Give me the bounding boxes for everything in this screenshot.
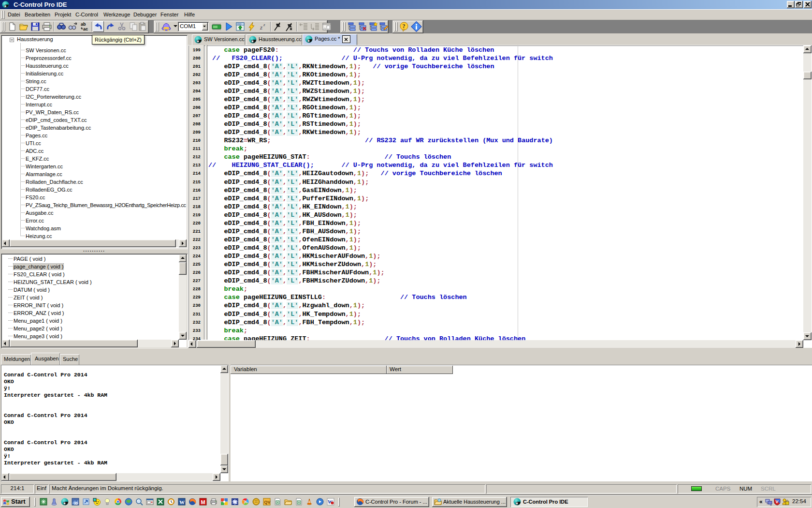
svg-text:z: z [260, 24, 262, 31]
svg-text:QV: QV [264, 500, 271, 505]
svg-text:W: W [179, 499, 185, 505]
svg-text:ac: ac [83, 27, 88, 31]
svg-text:V: V [776, 499, 779, 504]
svg-text:!: ! [786, 502, 787, 505]
svg-text:z: z [263, 22, 265, 27]
svg-text:M: M [201, 499, 205, 505]
svg-text:?: ? [403, 23, 406, 30]
svg-text:3D: 3D [74, 502, 78, 505]
svg-text:010: 010 [237, 23, 242, 26]
svg-text:ab: ab [81, 22, 86, 27]
